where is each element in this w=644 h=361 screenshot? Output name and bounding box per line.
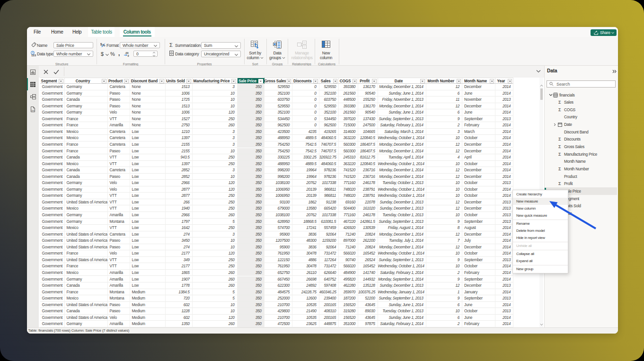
svg-text:0: 0: [128, 54, 129, 57]
svg-text:DAX: DAX: [31, 110, 35, 112]
svg-text:$: $: [100, 43, 102, 46]
svg-text:123: 123: [31, 54, 36, 57]
